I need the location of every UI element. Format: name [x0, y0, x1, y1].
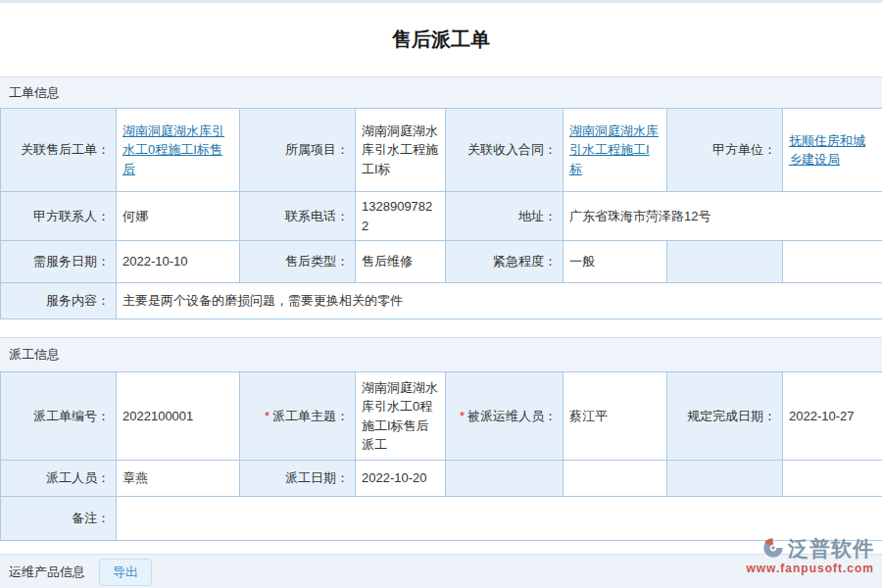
- staff-label: *被派运维人员：: [446, 372, 564, 461]
- income-contract-label: 关联收入合同：: [446, 109, 564, 192]
- content-label: 服务内容：: [1, 283, 117, 319]
- dispatch-date-value: 2022-10-20: [356, 461, 446, 497]
- service-date-value: 2022-10-10: [117, 241, 240, 283]
- dispatch-no-label: 派工单编号：: [1, 372, 117, 461]
- remark-value: [117, 497, 882, 541]
- phone-label: 联系电话：: [240, 192, 356, 241]
- party-a-link[interactable]: 抚顺住房和城乡建设局: [789, 133, 865, 168]
- table-row: 派工人员： 章燕 派工日期： 2022-10-20: [1, 461, 882, 497]
- work-order-table: 关联售后工单： 湖南洞庭湖水库引水工0程施工I标售后 所属项目： 湖南洞庭湖水库…: [0, 108, 882, 319]
- page-title: 售后派工单: [392, 26, 490, 53]
- remark-label: 备注：: [1, 497, 117, 541]
- empty-value-cell: [564, 461, 667, 497]
- brand-website: www.fanpusoft.com: [746, 563, 874, 574]
- address-label: 地址：: [446, 192, 564, 241]
- dispatch-table: 派工单编号： 2022100001 *派工单主题： 湖南洞庭湖水库引水工0程施工…: [0, 371, 882, 541]
- related-order-label: 关联售后工单：: [1, 109, 117, 192]
- empty-value-cell: [783, 461, 882, 497]
- related-order-value: 湖南洞庭湖水库引水工0程施工I标售后: [117, 109, 240, 192]
- section-header-dispatch: 派工信息: [0, 337, 882, 371]
- dispatch-no-value: 2022100001: [117, 372, 240, 461]
- phone-value: 13289097822: [356, 192, 446, 241]
- urgency-label: 紧急程度：: [446, 241, 564, 283]
- party-a-value: 抚顺住房和城乡建设局: [783, 109, 882, 192]
- export-button[interactable]: 导出: [99, 559, 152, 586]
- deadline-label: 规定完成日期：: [667, 372, 783, 461]
- income-contract-value: 湖南洞庭湖水库引水工程施工I标: [564, 109, 667, 192]
- fanpu-logo-icon: [761, 536, 785, 560]
- products-section-title: 运维产品信息: [9, 564, 85, 581]
- address-value: 广东省珠海市菏泽路12号: [564, 192, 882, 241]
- table-row: 需服务日期： 2022-10-10 售后类型： 售后维修 紧急程度： 一般: [1, 241, 882, 283]
- service-date-label: 需服务日期：: [1, 241, 117, 283]
- vendor-logo: 泛普软件 www.fanpusoft.com: [746, 536, 874, 574]
- party-a-label: 甲方单位：: [667, 109, 783, 192]
- title-bar: 售后派工单: [0, 3, 882, 76]
- required-asterisk: *: [265, 409, 270, 423]
- deadline-value: 2022-10-27: [783, 372, 882, 461]
- type-label: 售后类型：: [240, 241, 356, 283]
- related-order-link[interactable]: 湖南洞庭湖水库引水工0程施工I标售后: [122, 123, 224, 176]
- income-contract-link[interactable]: 湖南洞庭湖水库引水工程施工I标: [569, 123, 659, 176]
- table-row: 关联售后工单： 湖南洞庭湖水库引水工0程施工I标售后 所属项目： 湖南洞庭湖水库…: [1, 109, 882, 192]
- empty-label-cell: [667, 241, 783, 283]
- project-label: 所属项目：: [240, 109, 356, 192]
- table-row: 服务内容： 主要是两个设备的磨损问题，需要更换相关的零件: [1, 283, 882, 319]
- empty-value-cell: [783, 241, 882, 283]
- content-value: 主要是两个设备的磨损问题，需要更换相关的零件: [117, 283, 882, 319]
- subject-label: *派工单主题：: [240, 372, 356, 461]
- staff-label-text: 被派运维人员：: [467, 409, 557, 423]
- subject-value: 湖南洞庭湖水库引水工0程施工I标售后派工: [356, 372, 446, 461]
- empty-label-cell: [446, 461, 564, 497]
- section-header-work-order: 工单信息: [0, 76, 882, 108]
- dispatcher-value: 章燕: [117, 461, 240, 497]
- project-value: 湖南洞庭湖水库引水工程施工I标: [356, 109, 446, 192]
- table-row: 甲方联系人： 何娜 联系电话： 13289097822 地址： 广东省珠海市菏泽…: [1, 192, 882, 241]
- required-asterisk: *: [460, 409, 465, 423]
- brand-name: 泛普软件: [788, 538, 874, 559]
- dispatcher-label: 派工人员：: [1, 461, 117, 497]
- table-row: 派工单编号： 2022100001 *派工单主题： 湖南洞庭湖水库引水工0程施工…: [1, 372, 882, 461]
- contact-value: 何娜: [117, 192, 240, 241]
- contact-label: 甲方联系人：: [1, 192, 117, 241]
- staff-value: 蔡江平: [564, 372, 667, 461]
- empty-label-cell: [667, 461, 783, 497]
- type-value: 售后维修: [356, 241, 446, 283]
- spacer: [0, 319, 882, 337]
- table-row: 备注：: [1, 497, 882, 541]
- urgency-value: 一般: [564, 241, 667, 283]
- dispatch-date-label: 派工日期：: [240, 461, 356, 497]
- subject-label-text: 派工单主题：: [272, 409, 349, 423]
